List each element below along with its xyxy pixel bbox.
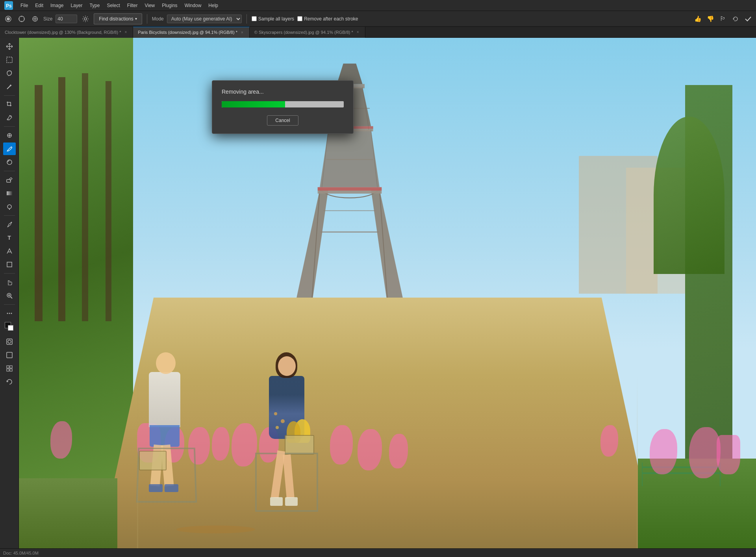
svg-rect-36 bbox=[7, 339, 12, 344]
status-text: Doc: 45.0M/45.0M bbox=[3, 551, 39, 555]
eyedropper-tool[interactable] bbox=[3, 111, 16, 124]
svg-point-25 bbox=[11, 222, 12, 223]
confirm-icon[interactable] bbox=[743, 14, 753, 24]
screen-mode-icon[interactable] bbox=[3, 349, 16, 361]
flag-icon[interactable]: 🏳 bbox=[718, 14, 728, 24]
svg-rect-41 bbox=[7, 369, 9, 371]
tab-skyscrapers-close[interactable]: × bbox=[356, 30, 360, 35]
cyclist-man bbox=[129, 329, 208, 526]
brush-preset-picker-icon[interactable] bbox=[3, 14, 13, 24]
gradient-tool[interactable] bbox=[3, 187, 16, 200]
svg-point-3 bbox=[7, 17, 10, 20]
thumbs-up-icon[interactable]: 👍 bbox=[693, 14, 702, 24]
menu-type[interactable]: Type bbox=[86, 2, 103, 9]
menu-view[interactable]: View bbox=[141, 2, 158, 9]
svg-point-15 bbox=[10, 116, 11, 117]
photo-canvas bbox=[19, 38, 756, 557]
tool-separator-2 bbox=[4, 126, 15, 127]
cyclist-woman bbox=[247, 329, 334, 533]
eraser-tool[interactable] bbox=[3, 174, 16, 186]
distraction-10 bbox=[650, 429, 677, 474]
dodge-tool[interactable] bbox=[3, 200, 16, 213]
rotate-canvas-icon[interactable] bbox=[3, 376, 16, 388]
artboards-icon[interactable] bbox=[3, 362, 16, 375]
progress-bar-fill bbox=[222, 101, 285, 107]
crop-tool[interactable] bbox=[3, 98, 16, 111]
menu-file[interactable]: File bbox=[17, 2, 31, 9]
svg-rect-40 bbox=[10, 366, 12, 368]
shape-tool[interactable] bbox=[3, 258, 16, 271]
text-tool[interactable]: T bbox=[3, 231, 16, 244]
find-distractions-button[interactable]: Find distractions ▾ bbox=[94, 13, 142, 24]
menu-help[interactable]: Help bbox=[205, 2, 221, 9]
options-bar: Size Find distractions ▾ Mode Auto (May … bbox=[0, 11, 756, 27]
undo-icon[interactable] bbox=[731, 14, 740, 24]
svg-point-12 bbox=[84, 18, 87, 20]
svg-rect-38 bbox=[7, 352, 12, 358]
tab-clocktower-close[interactable]: × bbox=[123, 30, 128, 35]
tab-paris-bicyclists-close[interactable]: × bbox=[240, 30, 245, 35]
remove-after-stroke-group[interactable]: Remove after each stroke bbox=[297, 16, 358, 22]
separator-2 bbox=[246, 14, 247, 24]
menu-edit[interactable]: Edit bbox=[32, 2, 46, 9]
progress-dialog: Removing area... Cancel bbox=[212, 80, 354, 134]
extra-tools[interactable] bbox=[3, 307, 16, 320]
tree-trunk-4 bbox=[106, 81, 111, 321]
tabs-bar: Clocktower (downsized).jpg @ 130% (Backg… bbox=[0, 27, 756, 38]
mask-mode-icon[interactable] bbox=[3, 335, 16, 348]
separator-1 bbox=[147, 14, 147, 24]
hand-tool[interactable] bbox=[3, 276, 16, 289]
tab-paris-bicyclists[interactable]: Paris Bicyclists (downsized).jpg @ 94.1%… bbox=[133, 27, 249, 38]
sample-all-layers-checkbox[interactable] bbox=[252, 16, 257, 21]
clone-stamp-tool[interactable] bbox=[3, 156, 16, 168]
mode-dropdown[interactable]: Auto (May use generative AI) bbox=[167, 15, 242, 23]
menu-plugins[interactable]: Plugins bbox=[159, 2, 180, 9]
bush-right bbox=[654, 117, 724, 274]
healing-brush-tool[interactable] bbox=[3, 129, 16, 142]
zoom-tool[interactable] bbox=[3, 289, 16, 302]
status-bar: Doc: 45.0M/45.0M bbox=[0, 548, 756, 557]
menu-select[interactable]: Select bbox=[104, 2, 123, 9]
svg-rect-22 bbox=[7, 191, 12, 195]
svg-point-23 bbox=[7, 205, 11, 209]
svg-rect-39 bbox=[7, 366, 9, 368]
canvas-area: Removing area... Cancel bbox=[19, 38, 756, 557]
menu-layer[interactable]: Layer bbox=[67, 2, 85, 9]
menu-image[interactable]: Image bbox=[47, 2, 67, 9]
size-input[interactable] bbox=[56, 15, 77, 23]
rectangular-marquee-tool[interactable] bbox=[3, 54, 16, 66]
menu-bar: Ps File Edit Image Layer Type Select Fil… bbox=[0, 0, 756, 11]
svg-point-34 bbox=[9, 313, 10, 314]
path-selection-tool[interactable] bbox=[3, 245, 16, 257]
cancel-button[interactable]: Cancel bbox=[267, 115, 298, 126]
tab-skyscrapers-label: © Skyscrapers (downsized).jpg @ 94.1% (R… bbox=[254, 30, 353, 35]
tab-clocktower[interactable]: Clocktower (downsized).jpg @ 130% (Backg… bbox=[0, 27, 133, 38]
thumbs-down-icon[interactable]: 👎 bbox=[706, 14, 715, 24]
mode-label: Mode bbox=[152, 16, 164, 22]
progress-bar-container bbox=[222, 101, 344, 107]
distraction-11 bbox=[50, 421, 72, 459]
sample-all-layers-group[interactable]: Sample all layers bbox=[252, 16, 294, 22]
fg-bg-color[interactable] bbox=[3, 320, 16, 335]
magic-wand-tool[interactable] bbox=[3, 80, 16, 93]
lasso-tool[interactable] bbox=[3, 67, 16, 80]
svg-line-14 bbox=[7, 85, 11, 89]
tool-separator-1 bbox=[4, 95, 15, 96]
tool-separator-6 bbox=[4, 304, 15, 305]
brush-settings-icon[interactable] bbox=[30, 14, 40, 24]
pen-tool[interactable] bbox=[3, 218, 16, 231]
tree-trunk-3 bbox=[82, 73, 88, 321]
menu-window[interactable]: Window bbox=[182, 2, 205, 9]
distraction-4 bbox=[212, 427, 230, 461]
distraction-12 bbox=[600, 425, 618, 457]
svg-point-19 bbox=[11, 147, 12, 148]
remove-after-stroke-checkbox[interactable] bbox=[297, 16, 302, 21]
sample-all-layers-label: Sample all layers bbox=[258, 16, 294, 22]
gear-icon[interactable] bbox=[80, 14, 91, 24]
menu-filter[interactable]: Filter bbox=[124, 2, 141, 9]
tab-clocktower-label: Clocktower (downsized).jpg @ 130% (Backg… bbox=[5, 30, 121, 35]
brush-tool[interactable] bbox=[3, 142, 16, 155]
move-tool[interactable] bbox=[3, 40, 16, 53]
brush-options-icon[interactable] bbox=[17, 14, 27, 24]
tab-skyscrapers[interactable]: © Skyscrapers (downsized).jpg @ 94.1% (R… bbox=[250, 27, 365, 38]
